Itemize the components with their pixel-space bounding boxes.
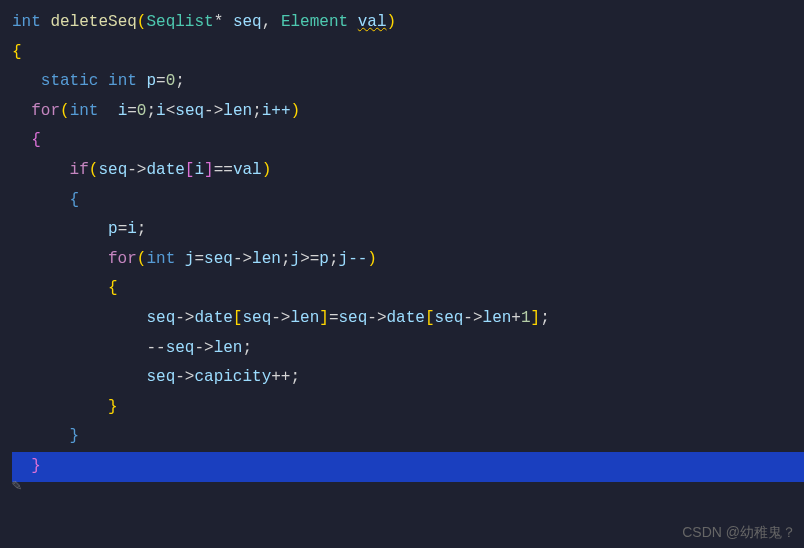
parameter-warning: val [358,13,387,31]
brace-close: } [108,398,118,416]
code-line: if(seq->date[i]==val) [12,156,804,186]
parameter: seq [233,13,262,31]
brace-open: { [31,131,41,149]
edit-icon[interactable]: ✎ [12,472,22,502]
code-line: static int p=0; [12,67,804,97]
keyword-for: for [31,102,60,120]
watermark: CSDN @幼稚鬼？ [682,520,796,546]
keyword-if: if [70,161,89,179]
keyword-type: int [12,13,41,31]
code-line: seq->capicity++; [12,363,804,393]
code-line: } [12,422,804,452]
code-line: { [12,186,804,216]
brace-close: } [70,427,80,445]
brace-open: { [108,279,118,297]
code-line-highlighted: } [12,452,804,482]
code-line: for(int i=0;i<seq->len;i++) [12,97,804,127]
keyword-static: static [41,72,99,90]
type-name: Seqlist [146,13,213,31]
code-line: { [12,274,804,304]
code-line: int deleteSeq(Seqlist* seq, Element val) [12,8,804,38]
brace-open: { [70,191,80,209]
code-line: for(int j=seq->len;j>=p;j--) [12,245,804,275]
type-name: Element [281,13,348,31]
code-line: } [12,393,804,423]
keyword-int: int [108,72,137,90]
function-name: deleteSeq [50,13,136,31]
brace-close: } [31,457,41,475]
brace-open: { [12,43,22,61]
code-line: { [12,126,804,156]
code-line: seq->date[seq->len]=seq->date[seq->len+1… [12,304,804,334]
code-line: --seq->len; [12,334,804,364]
keyword-for: for [108,250,137,268]
code-line: { [12,38,804,68]
code-line: p=i; [12,215,804,245]
code-editor[interactable]: int deleteSeq(Seqlist* seq, Element val)… [0,0,804,548]
